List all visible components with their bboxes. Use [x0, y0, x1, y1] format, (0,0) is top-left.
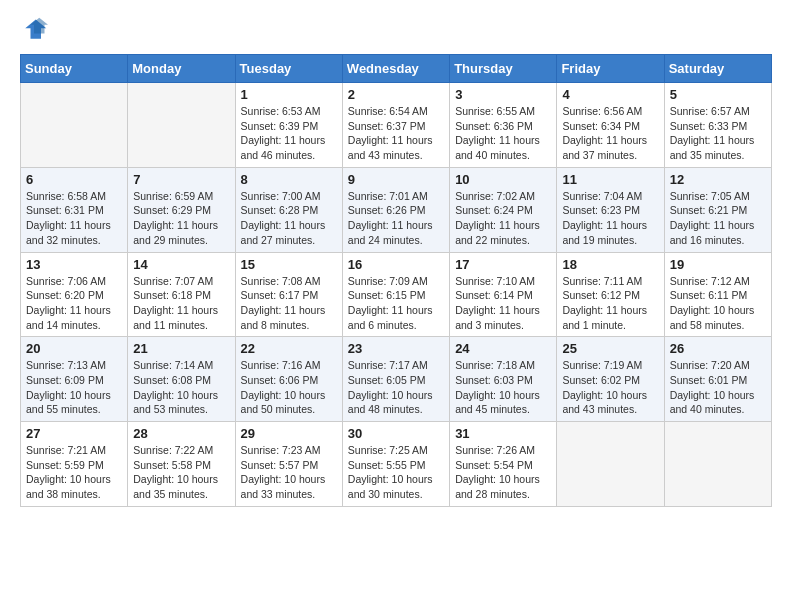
calendar-cell: 30Sunrise: 7:25 AMSunset: 5:55 PMDayligh… — [342, 422, 449, 507]
weekday-header-saturday: Saturday — [664, 55, 771, 83]
day-number: 30 — [348, 426, 444, 441]
day-detail: Sunrise: 7:05 AMSunset: 6:21 PMDaylight:… — [670, 189, 766, 248]
day-detail: Sunrise: 6:57 AMSunset: 6:33 PMDaylight:… — [670, 104, 766, 163]
day-number: 19 — [670, 257, 766, 272]
calendar-cell: 13Sunrise: 7:06 AMSunset: 6:20 PMDayligh… — [21, 252, 128, 337]
day-number: 29 — [241, 426, 337, 441]
day-detail: Sunrise: 7:13 AMSunset: 6:09 PMDaylight:… — [26, 358, 122, 417]
calendar-cell: 24Sunrise: 7:18 AMSunset: 6:03 PMDayligh… — [450, 337, 557, 422]
day-detail: Sunrise: 7:02 AMSunset: 6:24 PMDaylight:… — [455, 189, 551, 248]
calendar-week-5: 27Sunrise: 7:21 AMSunset: 5:59 PMDayligh… — [21, 422, 772, 507]
calendar-cell: 22Sunrise: 7:16 AMSunset: 6:06 PMDayligh… — [235, 337, 342, 422]
calendar-cell: 28Sunrise: 7:22 AMSunset: 5:58 PMDayligh… — [128, 422, 235, 507]
day-number: 22 — [241, 341, 337, 356]
day-number: 8 — [241, 172, 337, 187]
calendar-cell: 16Sunrise: 7:09 AMSunset: 6:15 PMDayligh… — [342, 252, 449, 337]
day-detail: Sunrise: 7:14 AMSunset: 6:08 PMDaylight:… — [133, 358, 229, 417]
day-number: 7 — [133, 172, 229, 187]
calendar-cell: 5Sunrise: 6:57 AMSunset: 6:33 PMDaylight… — [664, 83, 771, 168]
day-detail: Sunrise: 7:08 AMSunset: 6:17 PMDaylight:… — [241, 274, 337, 333]
calendar-cell: 8Sunrise: 7:00 AMSunset: 6:28 PMDaylight… — [235, 167, 342, 252]
calendar-cell: 23Sunrise: 7:17 AMSunset: 6:05 PMDayligh… — [342, 337, 449, 422]
day-detail: Sunrise: 6:55 AMSunset: 6:36 PMDaylight:… — [455, 104, 551, 163]
day-detail: Sunrise: 7:04 AMSunset: 6:23 PMDaylight:… — [562, 189, 658, 248]
calendar-week-4: 20Sunrise: 7:13 AMSunset: 6:09 PMDayligh… — [21, 337, 772, 422]
day-number: 16 — [348, 257, 444, 272]
header — [20, 16, 772, 44]
day-number: 10 — [455, 172, 551, 187]
day-detail: Sunrise: 6:53 AMSunset: 6:39 PMDaylight:… — [241, 104, 337, 163]
calendar-header: SundayMondayTuesdayWednesdayThursdayFrid… — [21, 55, 772, 83]
calendar-cell: 6Sunrise: 6:58 AMSunset: 6:31 PMDaylight… — [21, 167, 128, 252]
day-detail: Sunrise: 7:07 AMSunset: 6:18 PMDaylight:… — [133, 274, 229, 333]
calendar-cell: 10Sunrise: 7:02 AMSunset: 6:24 PMDayligh… — [450, 167, 557, 252]
calendar-cell: 21Sunrise: 7:14 AMSunset: 6:08 PMDayligh… — [128, 337, 235, 422]
calendar-cell: 14Sunrise: 7:07 AMSunset: 6:18 PMDayligh… — [128, 252, 235, 337]
calendar-cell: 9Sunrise: 7:01 AMSunset: 6:26 PMDaylight… — [342, 167, 449, 252]
calendar-week-3: 13Sunrise: 7:06 AMSunset: 6:20 PMDayligh… — [21, 252, 772, 337]
day-number: 20 — [26, 341, 122, 356]
logo-icon — [20, 16, 48, 44]
calendar-cell: 19Sunrise: 7:12 AMSunset: 6:11 PMDayligh… — [664, 252, 771, 337]
day-number: 3 — [455, 87, 551, 102]
day-number: 9 — [348, 172, 444, 187]
day-detail: Sunrise: 7:17 AMSunset: 6:05 PMDaylight:… — [348, 358, 444, 417]
weekday-header-friday: Friday — [557, 55, 664, 83]
day-number: 26 — [670, 341, 766, 356]
day-number: 23 — [348, 341, 444, 356]
calendar-page: SundayMondayTuesdayWednesdayThursdayFrid… — [0, 0, 792, 523]
day-detail: Sunrise: 6:58 AMSunset: 6:31 PMDaylight:… — [26, 189, 122, 248]
day-detail: Sunrise: 7:20 AMSunset: 6:01 PMDaylight:… — [670, 358, 766, 417]
day-number: 17 — [455, 257, 551, 272]
calendar-body: 1Sunrise: 6:53 AMSunset: 6:39 PMDaylight… — [21, 83, 772, 507]
day-number: 21 — [133, 341, 229, 356]
calendar-cell — [557, 422, 664, 507]
day-number: 25 — [562, 341, 658, 356]
day-number: 13 — [26, 257, 122, 272]
day-number: 6 — [26, 172, 122, 187]
day-detail: Sunrise: 7:23 AMSunset: 5:57 PMDaylight:… — [241, 443, 337, 502]
calendar-cell: 2Sunrise: 6:54 AMSunset: 6:37 PMDaylight… — [342, 83, 449, 168]
calendar-cell: 29Sunrise: 7:23 AMSunset: 5:57 PMDayligh… — [235, 422, 342, 507]
calendar-cell: 27Sunrise: 7:21 AMSunset: 5:59 PMDayligh… — [21, 422, 128, 507]
day-detail: Sunrise: 7:12 AMSunset: 6:11 PMDaylight:… — [670, 274, 766, 333]
weekday-header-tuesday: Tuesday — [235, 55, 342, 83]
day-detail: Sunrise: 7:11 AMSunset: 6:12 PMDaylight:… — [562, 274, 658, 333]
day-detail: Sunrise: 7:19 AMSunset: 6:02 PMDaylight:… — [562, 358, 658, 417]
day-number: 31 — [455, 426, 551, 441]
weekday-header-wednesday: Wednesday — [342, 55, 449, 83]
day-number: 28 — [133, 426, 229, 441]
calendar-cell: 26Sunrise: 7:20 AMSunset: 6:01 PMDayligh… — [664, 337, 771, 422]
day-number: 24 — [455, 341, 551, 356]
day-number: 1 — [241, 87, 337, 102]
day-detail: Sunrise: 7:09 AMSunset: 6:15 PMDaylight:… — [348, 274, 444, 333]
calendar-table: SundayMondayTuesdayWednesdayThursdayFrid… — [20, 54, 772, 507]
calendar-cell — [664, 422, 771, 507]
day-detail: Sunrise: 6:56 AMSunset: 6:34 PMDaylight:… — [562, 104, 658, 163]
day-number: 4 — [562, 87, 658, 102]
day-number: 11 — [562, 172, 658, 187]
calendar-cell — [21, 83, 128, 168]
calendar-cell: 18Sunrise: 7:11 AMSunset: 6:12 PMDayligh… — [557, 252, 664, 337]
calendar-week-1: 1Sunrise: 6:53 AMSunset: 6:39 PMDaylight… — [21, 83, 772, 168]
calendar-cell: 3Sunrise: 6:55 AMSunset: 6:36 PMDaylight… — [450, 83, 557, 168]
calendar-week-2: 6Sunrise: 6:58 AMSunset: 6:31 PMDaylight… — [21, 167, 772, 252]
day-detail: Sunrise: 7:18 AMSunset: 6:03 PMDaylight:… — [455, 358, 551, 417]
calendar-cell: 31Sunrise: 7:26 AMSunset: 5:54 PMDayligh… — [450, 422, 557, 507]
calendar-cell: 12Sunrise: 7:05 AMSunset: 6:21 PMDayligh… — [664, 167, 771, 252]
day-detail: Sunrise: 7:21 AMSunset: 5:59 PMDaylight:… — [26, 443, 122, 502]
day-number: 2 — [348, 87, 444, 102]
day-detail: Sunrise: 7:26 AMSunset: 5:54 PMDaylight:… — [455, 443, 551, 502]
weekday-header-row: SundayMondayTuesdayWednesdayThursdayFrid… — [21, 55, 772, 83]
logo — [20, 16, 52, 44]
calendar-cell: 4Sunrise: 6:56 AMSunset: 6:34 PMDaylight… — [557, 83, 664, 168]
calendar-cell: 25Sunrise: 7:19 AMSunset: 6:02 PMDayligh… — [557, 337, 664, 422]
day-detail: Sunrise: 7:16 AMSunset: 6:06 PMDaylight:… — [241, 358, 337, 417]
calendar-cell: 15Sunrise: 7:08 AMSunset: 6:17 PMDayligh… — [235, 252, 342, 337]
calendar-cell: 17Sunrise: 7:10 AMSunset: 6:14 PMDayligh… — [450, 252, 557, 337]
day-detail: Sunrise: 6:59 AMSunset: 6:29 PMDaylight:… — [133, 189, 229, 248]
day-detail: Sunrise: 7:10 AMSunset: 6:14 PMDaylight:… — [455, 274, 551, 333]
calendar-cell: 20Sunrise: 7:13 AMSunset: 6:09 PMDayligh… — [21, 337, 128, 422]
day-detail: Sunrise: 7:06 AMSunset: 6:20 PMDaylight:… — [26, 274, 122, 333]
day-number: 14 — [133, 257, 229, 272]
